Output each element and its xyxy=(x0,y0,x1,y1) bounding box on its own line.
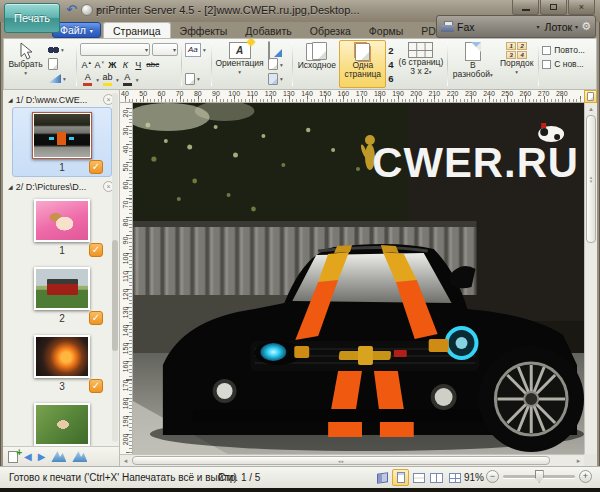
page-thumbnail-grass[interactable] xyxy=(34,403,90,446)
ruler-label: 180 xyxy=(121,396,130,410)
tab-Эффекты[interactable]: Эффекты xyxy=(171,22,237,38)
underline-color-button[interactable]: А xyxy=(120,73,135,86)
page-thumbnail-item[interactable]: 4✓ xyxy=(12,398,112,446)
tab-Страница[interactable]: Страница xyxy=(103,22,171,38)
preview-canvas[interactable]: CWER.RU xyxy=(133,103,584,454)
sidebar-scrollbar[interactable] xyxy=(112,93,118,442)
six-pages-button[interactable]: (6 страниц) 3 x 2▾ xyxy=(396,40,447,88)
page-thumbnail-item[interactable]: 2✓ xyxy=(12,262,112,328)
next-page-button[interactable]: ▶ xyxy=(38,451,46,462)
prev-page-button[interactable]: ◀ xyxy=(24,451,32,462)
new-sheet-checkbox[interactable]: С нов... xyxy=(542,59,593,69)
rotate-right-button[interactable] xyxy=(72,451,87,462)
shuffle-button[interactable]: В разнобой▾ xyxy=(449,40,496,88)
page-setup-button[interactable] xyxy=(47,58,74,71)
tray-dropdown-icon[interactable]: ▾ xyxy=(575,23,578,30)
collapse-icon[interactable]: ◢ xyxy=(8,183,13,190)
one-page-button[interactable]: Одна страница xyxy=(339,40,386,88)
print-button[interactable]: Печать xyxy=(4,3,60,33)
tab-Обрезка[interactable]: Обрезка xyxy=(301,22,360,38)
page-thumbnail-item[interactable]: 1✓ xyxy=(12,194,112,260)
undo-icon[interactable]: ↶ xyxy=(66,3,77,17)
orientation-button[interactable]: A Ориентация ▾ xyxy=(213,40,266,88)
strikethrough-button[interactable]: abc xyxy=(145,58,160,71)
zoom-slider-thumb[interactable] xyxy=(535,470,544,483)
bold-button[interactable]: Ж xyxy=(106,58,118,71)
close-button[interactable]: × xyxy=(568,0,595,15)
page-thumbnail-truck[interactable] xyxy=(34,267,90,310)
gradient-button[interactable]: ▾ xyxy=(47,72,74,85)
font-color-button[interactable]: А xyxy=(80,73,95,86)
font-size-select[interactable] xyxy=(152,43,178,56)
vertical-scrollbar[interactable]: ▴ ▴▾ xyxy=(584,103,597,454)
checkbox-icon xyxy=(542,46,551,55)
text-style-button[interactable]: Aa▾ xyxy=(184,43,209,56)
repeat-checkbox[interactable]: Повто... xyxy=(542,45,593,55)
highlight-button[interactable]: ab xyxy=(100,73,115,86)
record-icon[interactable] xyxy=(81,4,93,16)
shrink-font-button[interactable]: А xyxy=(93,58,105,71)
page-checkbox[interactable]: ✓ xyxy=(89,311,103,325)
scroll-right-icon[interactable]: ▸ xyxy=(573,455,584,466)
page-thumbnail-item[interactable]: 3✓ xyxy=(12,330,112,396)
zoom-in-button[interactable]: + xyxy=(579,470,592,483)
find-button[interactable]: ▾ xyxy=(47,43,74,56)
horizontal-scrollbar[interactable]: ◂ ◂▸ ▸ xyxy=(120,454,584,466)
grow-font-button[interactable]: А xyxy=(80,58,92,71)
view-grid-button[interactable] xyxy=(446,469,463,486)
add-page-button[interactable]: + xyxy=(8,451,18,463)
zoom-control: − + xyxy=(486,470,592,483)
ruler-label: 90 xyxy=(212,90,220,97)
italic-button[interactable]: К xyxy=(119,58,131,71)
page-thumbnail-car[interactable] xyxy=(32,112,92,159)
minimize-button[interactable] xyxy=(512,0,539,15)
repeat-checkbox-label: Повто... xyxy=(554,45,585,55)
gear-icon[interactable]: ⚙ xyxy=(581,21,591,32)
copies-button[interactable] xyxy=(267,43,290,56)
page-thumbnail-pink[interactable] xyxy=(34,199,90,242)
zoom-slider-track[interactable] xyxy=(503,475,575,478)
printer-icon xyxy=(441,21,454,32)
horizontal-scroll-thumb[interactable]: ◂▸ xyxy=(132,456,550,465)
page-color-button[interactable]: ▾ xyxy=(184,72,209,85)
page-number: 1 xyxy=(59,162,65,173)
printer-dropdown-icon[interactable]: ▾ xyxy=(536,23,539,30)
underline-button[interactable]: Ч xyxy=(132,58,144,71)
insert-page-button[interactable]: ▾ xyxy=(267,58,290,71)
select-button[interactable]: Выбрать ▾ xyxy=(5,40,46,88)
ruler-label: 130 xyxy=(121,306,130,320)
order-button[interactable]: 1234 Порядок ▾ xyxy=(496,40,537,88)
vertical-scroll-thumb[interactable]: ▴▾ xyxy=(586,115,596,243)
pages-per-sheet-2-button[interactable]: 2 xyxy=(388,45,393,56)
tray-select[interactable]: Лоток xyxy=(544,21,572,33)
pages-per-sheet-6-button[interactable]: 6 xyxy=(388,73,393,84)
rotate-left-button[interactable] xyxy=(51,451,66,462)
page-thumbnail-item[interactable]: 1✓ xyxy=(12,107,112,177)
booklet-button[interactable]: ▾ xyxy=(267,72,290,85)
pages-per-sheet-4-button[interactable]: 4 xyxy=(388,59,393,70)
scroll-left-icon[interactable]: ◂ xyxy=(120,455,131,466)
page-checkbox[interactable]: ✓ xyxy=(89,243,103,257)
view-facing-button[interactable] xyxy=(428,469,445,486)
page-checkbox[interactable]: ✓ xyxy=(89,160,103,174)
zoom-out-button[interactable]: − xyxy=(486,470,499,483)
restore-button[interactable] xyxy=(540,0,567,15)
page-checkbox[interactable]: ✓ xyxy=(89,379,103,393)
tab-Формы[interactable]: Формы xyxy=(360,22,412,38)
font-family-select[interactable] xyxy=(80,43,150,56)
page-thumbnail-fire[interactable] xyxy=(34,335,90,378)
original-layout-button[interactable]: Исходное xyxy=(294,40,339,88)
view-continuous-button[interactable] xyxy=(410,469,427,486)
collapse-icon[interactable]: ◢ xyxy=(8,96,13,103)
view-book-button[interactable] xyxy=(374,469,391,486)
ruler-label: 120 xyxy=(265,90,277,97)
printer-select[interactable]: Fax xyxy=(457,21,533,33)
ruler-label: 160 xyxy=(121,360,130,374)
ruler-corner-button[interactable] xyxy=(584,90,597,103)
sidebar-group-header[interactable]: ◢1/ D:\www.CWE...× xyxy=(3,92,119,106)
tab-Добавить[interactable]: Добавить xyxy=(236,22,300,38)
scroll-up-icon[interactable]: ▴ xyxy=(585,103,597,114)
page-count-presets: 246 xyxy=(386,40,395,88)
sidebar-group-header[interactable]: ◢2/ D:\Pictures\D...× xyxy=(3,179,119,193)
view-single-page-button[interactable] xyxy=(392,469,409,486)
